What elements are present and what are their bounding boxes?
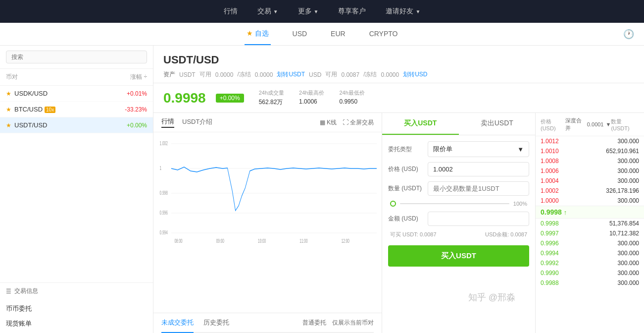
asset-label: 资产: [163, 70, 175, 79]
transfer-usdt-link[interactable]: 划转USDT: [277, 70, 305, 79]
qty-slider-row: 100%: [388, 201, 529, 207]
tab-sell[interactable]: 卖出USDT: [459, 113, 536, 135]
sidebar-link-bills[interactable]: 现货账单: [6, 316, 147, 331]
svg-text:1: 1: [160, 166, 162, 171]
sidebar-pair-header: 币对: [6, 73, 18, 81]
theme-toggle-icon[interactable]: 🕐: [623, 29, 634, 40]
chart-tabs: 行情 USDT介绍 ▦ K线 ⛶ 全屏交易: [153, 113, 382, 132]
depth-ask-row: 1.0006300.000: [536, 166, 644, 176]
depth-qty-header: 数量(USDT): [611, 118, 639, 131]
pair-label: USDK/USD: [14, 90, 127, 97]
price-row: 0.9998 +0.00% 24h成交量 562.82万 24h最高价 1.00…: [153, 83, 644, 113]
subnav-crypto[interactable]: CRYPTO: [367, 24, 400, 45]
depth-bid-row: 0.999851,376.854: [536, 219, 644, 228]
chart-buttons: ▦ K线 ⛶ 全屏交易: [320, 118, 374, 127]
price-input-wrapper: [428, 162, 529, 176]
change-value: +0.00%: [127, 122, 147, 129]
order-type-row: 委托类型 限价单 ▼: [388, 141, 529, 157]
type-label: 委托类型: [388, 145, 428, 154]
subnav-eur[interactable]: EUR: [329, 24, 347, 45]
order-form: 委托类型 限价单 ▼ 价格 (USD): [382, 135, 535, 275]
subnav-usd[interactable]: USD: [291, 24, 309, 45]
stat-low-label: 24h最低价: [339, 89, 364, 97]
stat-high: 24h最高价 1.0006: [299, 89, 324, 107]
tab-market[interactable]: 行情: [161, 117, 174, 128]
price-input[interactable]: [433, 166, 524, 173]
chart-svg: 1.002 1 0.998 0.996 0.994 08:00 09:00: [158, 136, 377, 245]
star-icon: ★: [6, 106, 11, 113]
nav-trade[interactable]: 交易 ▼: [257, 7, 278, 16]
leverage-badge: 10x: [45, 107, 55, 113]
bid-qty: 300.000: [590, 240, 640, 247]
list-item[interactable]: ★ USDT/USD +0.00%: [0, 117, 153, 133]
usd-avail: 0.0087: [341, 71, 359, 78]
nav-invite[interactable]: 邀请好友 ▼: [386, 7, 420, 16]
qty-label: 数量 (USDT): [388, 184, 428, 193]
bid-price: 0.9988: [541, 279, 590, 286]
merge-arrow-icon: ▼: [606, 121, 611, 127]
qty-input[interactable]: [433, 185, 524, 192]
asset-info-row: 资产 USDT 可用 0.0000 /冻结 0.0000 划转USDT USD …: [163, 70, 634, 79]
list-item[interactable]: ★ BTC/USD10x -33.23%: [0, 102, 153, 117]
svg-text:10:00: 10:00: [258, 238, 266, 244]
bid-qty: 300.000: [590, 260, 640, 267]
nav-more[interactable]: 更多 ▼: [298, 7, 319, 16]
amount-row-form: 金额 (USD): [388, 212, 529, 226]
slider-dot: [390, 201, 396, 207]
kline-icon: ▦: [320, 119, 325, 126]
order-panel: 买入USDT 卖出USDT 委托类型 限价单 ▼ 价格 (USD): [382, 113, 535, 333]
nav-trade-arrow: ▼: [273, 9, 278, 14]
amount-input[interactable]: [433, 215, 524, 222]
availability-row: 可买 USDT: 0.0087 USD余额: 0.0087: [388, 231, 529, 238]
tab-history-orders[interactable]: 历史委托: [203, 313, 229, 333]
depth-bid-row: 0.9992300.000: [536, 258, 644, 268]
star-icon: ★: [6, 122, 11, 129]
ask-price: 1.0000: [541, 197, 590, 204]
nav-invite-label: 邀请好友: [386, 7, 413, 16]
buy-button[interactable]: 买入USDT: [388, 245, 529, 267]
order-type-select[interactable]: 限价单 ▼: [428, 141, 529, 157]
usd-label: USD: [309, 71, 321, 78]
depth-header: 价格(USD) 深度合并 0.0001 ▼ 数量(USDT): [536, 113, 644, 136]
subnav-eur-label: EUR: [331, 30, 346, 38]
fullscreen-btn[interactable]: ⛶ 全屏交易: [343, 118, 374, 127]
depth-merge[interactable]: 深度合并 0.0001 ▼: [565, 117, 611, 132]
subnav-favorites[interactable]: ★自选: [245, 23, 271, 45]
sidebar-section-header: ☰ 交易信息: [0, 282, 153, 299]
usd-frozen: 0.0000: [381, 71, 399, 78]
nav-trade-label: 交易: [257, 7, 271, 16]
trading-body: 行情 USDT介绍 ▦ K线 ⛶ 全屏交易: [153, 113, 644, 333]
main-layout: 币对 涨幅 ÷ ★ USDK/USD +0.01% ★ BTC/USD10x -…: [0, 46, 644, 333]
nav-vip[interactable]: 尊享客户: [338, 7, 366, 16]
nav-market[interactable]: 行情: [224, 7, 238, 16]
amount-input-wrapper: [428, 212, 529, 226]
bottom-options: 普通委托 仅展示当前币对: [302, 319, 374, 327]
svg-text:0.998: 0.998: [160, 190, 168, 196]
transfer-usd-link[interactable]: 划转USD: [403, 70, 427, 79]
tab-intro[interactable]: USDT介绍: [182, 117, 212, 127]
kline-btn[interactable]: ▦ K线: [320, 118, 337, 127]
pair-title: USDT/USD: [163, 54, 634, 66]
ask-qty: 300.000: [590, 138, 640, 145]
list-item[interactable]: ★ USDK/USD +0.01%: [0, 86, 153, 102]
search-input[interactable]: [6, 51, 147, 63]
bid-qty: 300.000: [590, 250, 640, 257]
svg-text:11:00: 11:00: [299, 238, 307, 244]
ask-price: 1.0010: [541, 148, 590, 155]
depth-ask-row: 1.0012300.000: [536, 136, 644, 146]
usdt-label: USDT: [179, 71, 196, 78]
price-change-badge: +0.00%: [216, 94, 244, 103]
fullscreen-icon: ⛶: [343, 119, 348, 126]
tab-buy[interactable]: 买入USDT: [382, 113, 459, 135]
slider-track[interactable]: [400, 203, 509, 204]
tab-open-orders[interactable]: 未成交委托: [161, 313, 194, 333]
nav-more-arrow: ▼: [314, 9, 319, 14]
bid-qty: 300.000: [590, 270, 640, 277]
content-header: USDT/USD 资产 USDT 可用 0.0000 /冻结 0.0000 划转…: [153, 46, 644, 83]
sidebar-links: 币币委托 现货账单: [0, 299, 153, 333]
depth-bid-row: 0.9990300.000: [536, 268, 644, 278]
sidebar-link-orders[interactable]: 币币委托: [6, 301, 147, 316]
section-label: 交易信息: [14, 287, 38, 295]
usdt-avail: 0.0000: [215, 71, 234, 78]
depth-bid-row: 0.9988300.000: [536, 278, 644, 288]
